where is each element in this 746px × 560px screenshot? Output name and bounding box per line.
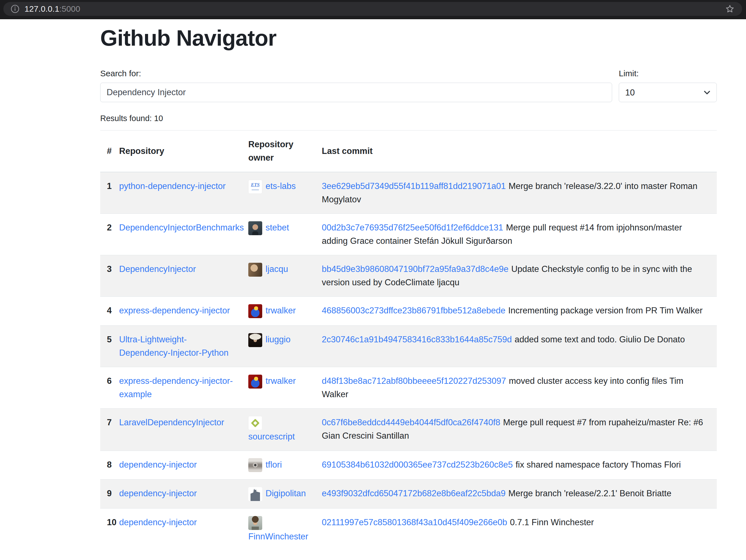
commit-hash-link[interactable]: 468856003c273dffce23b86791fbbe512a8ebede	[322, 305, 506, 315]
repository-cell: dependency-injector	[112, 451, 241, 479]
commit-cell: 2c30746c1a91b4947583416c833b1644a85c759d…	[315, 325, 717, 367]
commit-hash-link[interactable]: 3ee629eb5d7349d55f41b119aff81dd219071a01	[322, 181, 506, 191]
limit-label: Limit:	[619, 69, 717, 78]
owner-avatar-sourcescript	[248, 416, 262, 430]
commit-hash-link[interactable]: d48f13be8ac712abf80bbeeee5f120227d253097	[322, 376, 506, 386]
address-bar[interactable]: 127.0.0.1:5000	[3, 2, 742, 16]
repository-link[interactable]: DependencyInjectorBenchmarks	[119, 223, 244, 232]
commit-hash-link[interactable]: 2c30746c1a91b4947583416c833b1644a85c759d	[322, 334, 512, 344]
owner-link[interactable]: sourcescript	[248, 432, 295, 441]
search-label: Search for:	[100, 69, 612, 78]
repository-link[interactable]: dependency-injector	[119, 460, 197, 470]
repository-link[interactable]: dependency-injector	[119, 518, 197, 527]
table-row: 7 LaravelDependencyInjector sourcescript…	[100, 408, 717, 451]
commit-cell: 3ee629eb5d7349d55f41b119aff81dd219071a01…	[315, 172, 717, 214]
results-table: # Repository Repository owner Last commi…	[100, 130, 717, 551]
row-number: 3	[100, 255, 112, 297]
owner-cell: sourcescript	[241, 408, 315, 451]
commit-cell: 00d2b3c7e76935d76f25ee50f6d1f2ef6ddce131…	[315, 214, 717, 255]
repository-cell: Ultra-Lightweight-Dependency-Injector-Py…	[112, 325, 241, 367]
page-title: Github Navigator	[100, 25, 717, 51]
table-row: 1 python-dependency-injector ets-labs 3e…	[100, 172, 717, 214]
owner-cell: FinnWinchester	[241, 508, 315, 551]
row-number: 2	[100, 214, 112, 255]
table-row: 3 DependencyInjector ljacqu bb45d9e3b986…	[100, 255, 717, 297]
commit-hash-link[interactable]: 00d2b3c7e76935d76f25ee50f6d1f2ef6ddce131	[322, 223, 503, 232]
repository-link[interactable]: Ultra-Lightweight-Dependency-Injector-Py…	[119, 334, 229, 358]
commit-cell: bb45d9e3b98608047190bf72a95fa9a37d8c4e9e…	[315, 255, 717, 297]
owner-cell: ljacqu	[241, 255, 315, 297]
owner-link[interactable]: tflori	[265, 460, 282, 470]
commit-cell: 69105384b61032d000365ee737cd2523b260c8e5…	[315, 451, 717, 479]
repository-cell: dependency-injector	[112, 479, 241, 508]
commit-hash-link[interactable]: 0c67f6be8eddcd4449eb4044f5df0ca26f4740f8	[322, 417, 500, 427]
commit-message: added some text and todo. Giulio De Dona…	[515, 334, 685, 344]
repository-link[interactable]: DependencyInjector	[119, 264, 196, 274]
info-icon[interactable]	[10, 4, 20, 13]
owner-avatar-trwalker	[248, 375, 262, 388]
repository-cell: DependencyInjectorBenchmarks	[112, 214, 241, 255]
owner-avatar-digipolitan	[248, 487, 262, 501]
table-row: 6 express-dependency-injector-example tr…	[100, 367, 717, 408]
repository-link[interactable]: dependency-injector	[119, 489, 197, 498]
table-row: 9 dependency-injector Digipolitan e493f9…	[100, 479, 717, 508]
table-row: 4 express-dependency-injector trwalker 4…	[100, 297, 717, 326]
commit-message: fix shared namespace factory Thomas Flor…	[516, 460, 681, 470]
col-header-repository: Repository	[112, 130, 241, 172]
owner-link[interactable]: ets-labs	[265, 181, 296, 191]
col-header-owner: Repository owner	[241, 130, 315, 172]
commit-cell: d48f13be8ac712abf80bbeeee5f120227d253097…	[315, 367, 717, 408]
row-number: 5	[100, 325, 112, 367]
search-input[interactable]	[100, 83, 612, 102]
owner-cell: trwalker	[241, 367, 315, 408]
owner-avatar-ets	[248, 180, 262, 194]
limit-field-group: Limit: 10	[619, 69, 717, 102]
owner-cell: tflori	[241, 451, 315, 479]
commit-cell: e493f9032dfcd65047172b682e8b6eaf22c5bda9…	[315, 479, 717, 508]
owner-avatar-tflori	[248, 458, 262, 472]
search-field-group: Search for:	[100, 69, 612, 102]
owner-avatar-stebet	[248, 221, 262, 235]
owner-cell: trwalker	[241, 297, 315, 326]
owner-link[interactable]: ljacqu	[265, 264, 288, 274]
bookmark-star-icon[interactable]	[725, 4, 735, 14]
owner-avatar-liuggio	[248, 333, 262, 347]
commit-hash-link[interactable]: 69105384b61032d000365ee737cd2523b260c8e5	[322, 460, 513, 470]
commit-message: Merge branch 'release/2.2.1' Benoit Bria…	[508, 489, 671, 498]
repository-cell: dependency-injector	[112, 508, 241, 551]
repository-cell: python-dependency-injector	[112, 172, 241, 214]
repository-link[interactable]: LaravelDependencyInjector	[119, 417, 224, 427]
commit-hash-link[interactable]: e493f9032dfcd65047172b682e8b6eaf22c5bda9	[322, 489, 506, 498]
owner-link[interactable]: stebet	[265, 223, 289, 232]
commit-cell: 468856003c273dffce23b86791fbbe512a8ebede…	[315, 297, 717, 326]
commit-cell: 02111997e57c85801368f43a10d45f409e266e0b…	[315, 508, 717, 551]
commit-message: Incrementing package version from PR Tim…	[508, 305, 702, 315]
row-number: 4	[100, 297, 112, 326]
results-count: Results found: 10	[100, 114, 717, 123]
limit-select[interactable]: 10	[619, 83, 717, 102]
row-number: 9	[100, 479, 112, 508]
browser-chrome: 127.0.0.1:5000	[0, 0, 746, 19]
repository-link[interactable]: python-dependency-injector	[119, 181, 226, 191]
owner-link[interactable]: trwalker	[265, 376, 296, 386]
owner-cell: Digipolitan	[241, 479, 315, 508]
row-number: 6	[100, 367, 112, 408]
main-content: Github Navigator Search for: Limit: 10 R…	[100, 25, 717, 551]
owner-link[interactable]: FinnWinchester	[248, 532, 308, 541]
owner-avatar-ljacqu	[248, 263, 262, 277]
commit-hash-link[interactable]: 02111997e57c85801368f43a10d45f409e266e0b	[322, 518, 507, 527]
repository-link[interactable]: express-dependency-injector-example	[119, 376, 233, 399]
owner-link[interactable]: Digipolitan	[265, 489, 306, 498]
commit-hash-link[interactable]: bb45d9e3b98608047190bf72a95fa9a37d8c4e9e	[322, 264, 509, 274]
repository-link[interactable]: express-dependency-injector	[119, 305, 230, 315]
owner-link[interactable]: trwalker	[265, 305, 296, 315]
owner-cell: stebet	[241, 214, 315, 255]
table-row: 8 dependency-injector tflori 69105384b61…	[100, 451, 717, 479]
owner-link[interactable]: liuggio	[265, 334, 291, 344]
repository-cell: express-dependency-injector	[112, 297, 241, 326]
owner-cell: ets-labs	[241, 172, 315, 214]
commit-message: 0.7.1 Finn Winchester	[510, 518, 594, 527]
table-row: 5 Ultra-Lightweight-Dependency-Injector-…	[100, 325, 717, 367]
repository-cell: LaravelDependencyInjector	[112, 408, 241, 451]
owner-avatar-trwalker	[248, 304, 262, 318]
